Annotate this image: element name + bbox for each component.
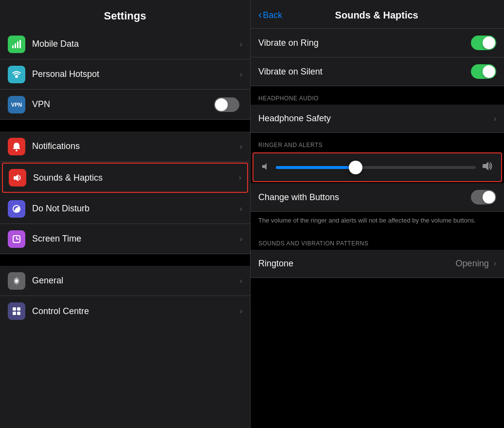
headphone-audio-header: HEADPHONE AUDIO	[251, 86, 504, 105]
sidebar-item-notifications[interactable]: Notifications ›	[0, 131, 250, 162]
back-label: Back	[263, 10, 282, 20]
left-panel: Settings Mobile Data ›	[0, 0, 251, 428]
slider-thumb[interactable]	[349, 161, 362, 174]
vpn-toggle[interactable]	[214, 97, 239, 112]
svg-marker-17	[483, 162, 488, 170]
vibrate-on-ring-row[interactable]: Vibrate on Ring	[251, 29, 504, 57]
svg-rect-1	[15, 43, 16, 48]
settings-title: Settings	[0, 0, 250, 29]
change-with-buttons-row[interactable]: Change with Buttons	[251, 183, 504, 212]
general-label: General	[32, 276, 238, 286]
back-chevron-icon: ‹	[258, 9, 262, 21]
vpn-icon: VPN	[8, 96, 25, 113]
svg-rect-3	[19, 40, 21, 48]
change-with-buttons-toggle[interactable]	[471, 190, 496, 205]
section-gap-1	[0, 120, 250, 131]
ringtone-chevron: ›	[494, 259, 496, 268]
svg-rect-15	[17, 312, 20, 315]
change-with-buttons-label: Change with Buttons	[258, 192, 471, 203]
mobile-data-label: Mobile Data	[32, 39, 238, 49]
control-centre-label: Control Centre	[32, 306, 238, 316]
screen-time-icon	[8, 230, 25, 248]
ringer-alerts-header: RINGER AND ALERTS	[251, 133, 504, 151]
headphone-safety-chevron: ›	[494, 114, 496, 123]
volume-low-icon	[261, 162, 270, 173]
settings-list: Mobile Data › Personal Hotspot › VPN VPN	[0, 29, 250, 428]
vibrate-on-silent-toggle[interactable]	[471, 64, 496, 79]
svg-marker-7	[16, 174, 18, 181]
svg-rect-12	[13, 307, 16, 311]
section-gap-2	[0, 254, 250, 266]
ringtone-value: Opening	[456, 259, 489, 269]
svg-rect-13	[17, 307, 20, 311]
headphone-safety-row[interactable]: Headphone Safety ›	[251, 105, 504, 133]
ringer-slider-section	[252, 152, 502, 182]
sidebar-item-personal-hotspot[interactable]: Personal Hotspot ›	[0, 59, 250, 90]
svg-rect-6	[14, 176, 16, 180]
personal-hotspot-icon	[8, 66, 25, 83]
ringer-description: The volume of the ringer and alerts will…	[251, 212, 504, 231]
vibrate-on-ring-toggle[interactable]	[471, 36, 496, 50]
sounds-haptics-label: Sounds & Haptics	[33, 173, 237, 183]
vibrate-on-silent-label: Vibrate on Silent	[258, 67, 471, 77]
do-not-disturb-icon	[8, 200, 25, 218]
control-centre-icon	[8, 302, 25, 320]
right-panel: ‹ Back Sounds & Haptics Vibrate on Ring …	[251, 0, 504, 428]
screen-time-label: Screen Time	[32, 234, 238, 244]
sidebar-item-control-centre[interactable]: Control Centre ›	[0, 296, 250, 326]
sidebar-item-vpn[interactable]: VPN VPN	[0, 90, 250, 120]
svg-point-4	[15, 75, 18, 78]
notifications-label: Notifications	[32, 141, 238, 151]
slider-row	[253, 153, 501, 181]
svg-rect-2	[17, 41, 18, 48]
screen-time-chevron: ›	[240, 235, 242, 243]
volume-high-icon	[482, 160, 493, 174]
sounds-vibration-label: SOUNDS AND VIBRATION PATTERNS	[258, 240, 369, 247]
sounds-haptics-icon	[9, 169, 26, 186]
svg-marker-16	[262, 163, 267, 170]
headphone-safety-label: Headphone Safety	[258, 113, 492, 124]
do-not-disturb-chevron: ›	[240, 205, 242, 213]
back-button[interactable]: ‹ Back	[258, 9, 282, 21]
mobile-data-icon	[8, 36, 25, 53]
ringtone-label: Ringtone	[258, 259, 456, 269]
notifications-chevron: ›	[240, 142, 242, 151]
svg-point-5	[16, 149, 18, 151]
personal-hotspot-label: Personal Hotspot	[32, 69, 238, 79]
sidebar-item-mobile-data[interactable]: Mobile Data ›	[0, 29, 250, 59]
do-not-disturb-label: Do Not Disturb	[32, 204, 238, 214]
slider-fill	[276, 166, 356, 169]
general-chevron: ›	[240, 277, 242, 285]
right-header: ‹ Back Sounds & Haptics	[251, 0, 504, 29]
sounds-vibration-header: SOUNDS AND VIBRATION PATTERNS	[251, 231, 504, 250]
sidebar-item-screen-time[interactable]: Screen Time ›	[0, 224, 250, 254]
vibrate-on-ring-label: Vibrate on Ring	[258, 38, 471, 48]
svg-rect-14	[13, 312, 16, 315]
vpn-label: VPN	[32, 99, 214, 110]
general-icon	[8, 272, 25, 290]
right-panel-title: Sounds & Haptics	[286, 10, 467, 21]
sidebar-item-sounds-haptics[interactable]: Sounds & Haptics ›	[2, 163, 248, 193]
headphone-audio-label: HEADPHONE AUDIO	[258, 95, 319, 102]
ringer-alerts-label: RINGER AND ALERTS	[258, 142, 323, 149]
ringtone-row[interactable]: Ringtone Opening ›	[251, 250, 504, 278]
right-content: Vibrate on Ring Vibrate on Silent HEADPH…	[251, 29, 504, 428]
sidebar-item-general[interactable]: General ›	[0, 266, 250, 296]
notifications-icon	[8, 138, 25, 155]
personal-hotspot-chevron: ›	[240, 70, 242, 79]
mobile-data-chevron: ›	[240, 40, 242, 49]
svg-rect-0	[12, 45, 14, 48]
vibrate-on-silent-row[interactable]: Vibrate on Silent	[251, 57, 504, 86]
ringer-slider[interactable]	[276, 166, 476, 169]
sidebar-item-do-not-disturb[interactable]: Do Not Disturb ›	[0, 194, 250, 224]
sounds-haptics-chevron: ›	[239, 173, 241, 182]
control-centre-chevron: ›	[240, 307, 242, 316]
